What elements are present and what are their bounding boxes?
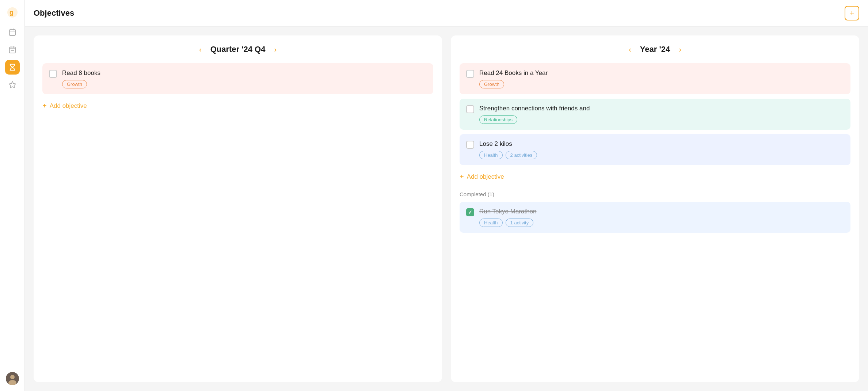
svg-marker-11 bbox=[9, 81, 15, 88]
svg-rect-6 bbox=[9, 47, 15, 53]
sidebar-item-star[interactable] bbox=[5, 77, 20, 92]
objective-title: Read 8 books bbox=[62, 69, 427, 77]
page-title: Objectives bbox=[34, 8, 74, 18]
objective-checkbox[interactable] bbox=[466, 70, 474, 78]
tag-activities: 1 activity bbox=[506, 219, 534, 227]
avatar[interactable] bbox=[6, 372, 19, 385]
tag-activities: 2 activities bbox=[506, 151, 537, 159]
tag-growth: Growth bbox=[62, 80, 87, 88]
add-button[interactable]: + bbox=[845, 6, 859, 20]
objective-content: Lose 2 kilos Health 2 activities bbox=[479, 140, 844, 159]
objective-content: Read 8 books Growth bbox=[62, 69, 427, 88]
plus-icon: + bbox=[42, 102, 47, 110]
objective-checkbox-checked[interactable] bbox=[466, 208, 474, 216]
add-objective-button[interactable]: + Add objective bbox=[42, 99, 87, 113]
quarter-period-title: Quarter '24 Q4 bbox=[210, 45, 266, 54]
objective-content: Run Tokyo Marathon Health 1 activity bbox=[479, 208, 844, 227]
objective-title-completed: Run Tokyo Marathon bbox=[479, 208, 844, 216]
objective-title: Strengthen connections with friends and bbox=[479, 105, 844, 113]
objective-card: Lose 2 kilos Health 2 activities bbox=[460, 134, 850, 165]
tag-row: Health 1 activity bbox=[479, 219, 844, 227]
svg-text:g: g bbox=[9, 9, 14, 16]
sidebar: g bbox=[0, 0, 25, 391]
tag-row: Relationships bbox=[479, 115, 844, 124]
objective-checkbox[interactable] bbox=[466, 105, 474, 113]
svg-point-13 bbox=[10, 375, 15, 379]
year-prev-arrow[interactable]: ‹ bbox=[626, 44, 634, 54]
sidebar-item-hourglass[interactable] bbox=[5, 60, 20, 75]
header: Objectives + bbox=[25, 0, 868, 27]
app-logo: g bbox=[6, 6, 19, 19]
add-objective-label: Add objective bbox=[50, 102, 87, 110]
objective-title: Read 24 Books in a Year bbox=[479, 69, 844, 77]
objective-card: Read 24 Books in a Year Growth bbox=[460, 63, 850, 94]
objective-card: Read 8 books Growth bbox=[42, 63, 433, 94]
sidebar-item-calendar1[interactable] bbox=[5, 25, 20, 39]
tag-row: Growth bbox=[479, 80, 844, 88]
plus-icon: + bbox=[460, 172, 464, 181]
year-next-arrow[interactable]: › bbox=[676, 44, 684, 54]
completed-label: Completed (1) bbox=[460, 191, 850, 197]
tag-row: Health 2 activities bbox=[479, 151, 844, 159]
content-area: ‹ Quarter '24 Q4 › Read 8 books Growth +… bbox=[25, 27, 868, 391]
objective-card-completed: Run Tokyo Marathon Health 1 activity bbox=[460, 202, 850, 233]
quarter-prev-arrow[interactable]: ‹ bbox=[196, 44, 205, 54]
objective-checkbox[interactable] bbox=[466, 141, 474, 149]
objective-content: Strengthen connections with friends and … bbox=[479, 105, 844, 124]
sidebar-item-calendar2[interactable] bbox=[5, 42, 20, 57]
objective-content: Read 24 Books in a Year Growth bbox=[479, 69, 844, 88]
objective-checkbox[interactable] bbox=[49, 70, 57, 78]
objective-card: Strengthen connections with friends and … bbox=[460, 99, 850, 130]
tag-health: Health bbox=[479, 151, 503, 159]
year-panel: ‹ Year '24 › Read 24 Books in a Year Gro… bbox=[451, 35, 859, 382]
add-objective-button[interactable]: + Add objective bbox=[460, 170, 504, 184]
quarter-panel: ‹ Quarter '24 Q4 › Read 8 books Growth +… bbox=[34, 35, 442, 382]
main-area: Objectives + ‹ Quarter '24 Q4 › Read 8 b… bbox=[25, 0, 868, 391]
year-period-nav: ‹ Year '24 › bbox=[460, 44, 850, 54]
svg-rect-2 bbox=[9, 30, 15, 36]
tag-row: Growth bbox=[62, 80, 427, 88]
objective-title: Lose 2 kilos bbox=[479, 140, 844, 148]
tag-health: Health bbox=[479, 219, 503, 227]
quarter-period-nav: ‹ Quarter '24 Q4 › bbox=[42, 44, 433, 54]
quarter-next-arrow[interactable]: › bbox=[271, 44, 279, 54]
tag-growth: Growth bbox=[479, 80, 504, 88]
year-period-title: Year '24 bbox=[640, 45, 670, 54]
tag-relationships: Relationships bbox=[479, 115, 517, 124]
add-objective-label: Add objective bbox=[467, 173, 504, 181]
